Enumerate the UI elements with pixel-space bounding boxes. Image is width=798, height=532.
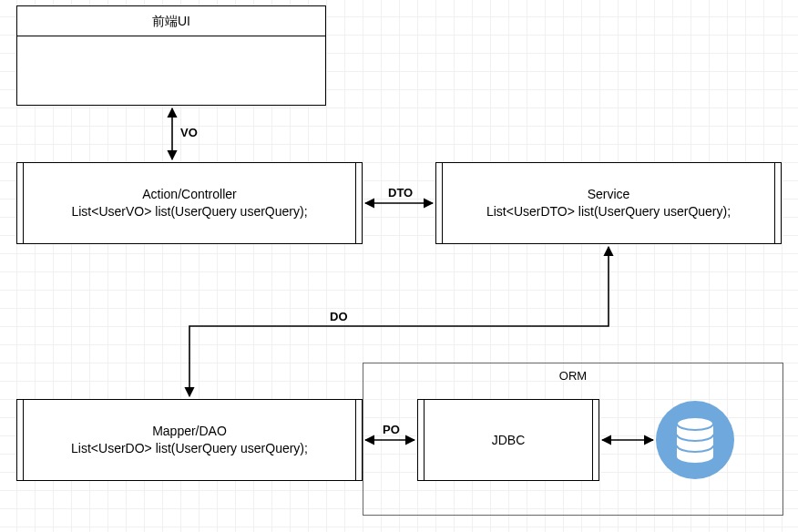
edge-label-po: PO bbox=[381, 423, 402, 436]
arrows-layer bbox=[0, 0, 798, 532]
edge-service-dao bbox=[189, 247, 609, 396]
edge-label-do: DO bbox=[328, 310, 350, 323]
edge-label-dto: DTO bbox=[386, 186, 414, 200]
diagram-layer: 前端UI Action/Controller List<UserVO> list… bbox=[0, 0, 798, 532]
edge-label-vo: VO bbox=[179, 126, 200, 139]
